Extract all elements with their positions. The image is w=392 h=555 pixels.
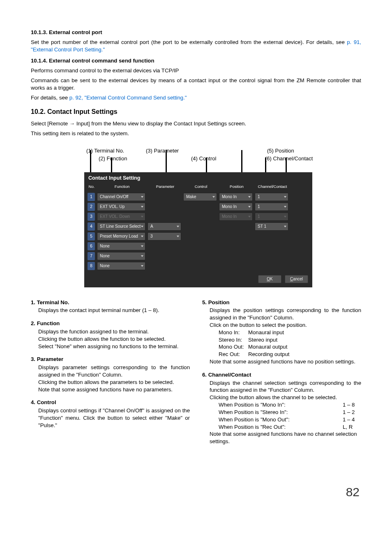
- parameter-dropdown[interactable]: A: [148, 222, 181, 231]
- callout-3: (3) Parameter: [146, 147, 203, 155]
- row-number-badge: 1: [88, 193, 95, 201]
- row-number-badge: 3: [88, 213, 95, 221]
- channel-dropdown[interactable]: 1: [255, 193, 288, 201]
- function-dropdown[interactable]: Preset Memory Load: [97, 232, 145, 240]
- position-option: Mono In:Monaural input: [202, 329, 361, 336]
- channel-dropdown[interactable]: 1: [255, 203, 288, 211]
- desc-4-body: Displays control settings if "Channel On…: [31, 407, 190, 429]
- function-dropdown[interactable]: EXT VOL. Up: [97, 203, 145, 211]
- desc-6-heading: 6. Channel/Contact: [202, 371, 361, 379]
- paragraph: Set the port number of the external cont…: [31, 39, 361, 53]
- desc-2-heading: 2. Function: [31, 320, 190, 327]
- contact-input-settings-panel: Contact Input Setting No. Function Param…: [84, 172, 312, 287]
- position-dropdown[interactable]: Mono In: [219, 193, 253, 201]
- row-number-badge: 5: [88, 232, 95, 240]
- table-row: 7None: [84, 251, 312, 261]
- col-header-channel: Channel/Contact: [256, 184, 289, 190]
- table-row: 1Channel On/OffMakeMono In1: [84, 192, 312, 202]
- link-p92[interactable]: p. 92, "External Control Command Send se…: [69, 95, 187, 101]
- channel-range: When Position is "Rec Out":L, R: [202, 423, 361, 431]
- chevron-down-icon: [177, 226, 179, 227]
- desc-5-note: Note that some assigned functions have n…: [202, 358, 361, 365]
- chevron-down-icon: [248, 206, 251, 208]
- callout-6: (6) Channel/Contact: [265, 155, 313, 162]
- paragraph: This setting item is related to the syst…: [31, 130, 361, 137]
- desc-1-heading: 1. Terminal No.: [31, 299, 190, 306]
- col-header-no: No.: [88, 184, 96, 190]
- chevron-down-icon: [141, 255, 143, 257]
- text: For details, see: [31, 95, 69, 101]
- desc-3-body: Displays parameter settings correspondin…: [31, 364, 190, 393]
- chevron-down-icon: [284, 216, 286, 217]
- channel-dropdown: 1: [255, 213, 288, 221]
- desc-6-body: Displays the channel selection settings …: [202, 379, 361, 401]
- position-dropdown: Mono In: [219, 213, 253, 221]
- paragraph: Commands can be sent to the external dev…: [31, 77, 361, 92]
- position-dropdown[interactable]: Mono In: [219, 203, 253, 211]
- callout-4: (4) Control: [191, 155, 244, 162]
- callout-markers: [72, 162, 361, 172]
- chevron-down-icon: [141, 245, 143, 247]
- chevron-down-icon: [284, 226, 286, 227]
- table-row: 4ST Line Source SelectAST 1: [84, 222, 312, 231]
- function-dropdown[interactable]: None: [97, 242, 145, 250]
- callout-1: (1) Terminal No.: [86, 147, 146, 155]
- position-option: Rec Out:Recording output: [202, 351, 361, 358]
- text: Set the port number of the external cont…: [31, 39, 347, 45]
- desc-1-body: Displays the contact input terminal numb…: [31, 307, 190, 314]
- callout-row-top: (1) Terminal No. (3) Parameter (5) Posit…: [86, 147, 361, 155]
- function-dropdown[interactable]: None: [97, 252, 145, 260]
- function-dropdown[interactable]: ST Line Source Select: [97, 222, 145, 231]
- paragraph: For details, see p. 92, "External Contro…: [31, 94, 361, 102]
- cancel-button[interactable]: Cancel: [285, 275, 308, 283]
- desc-5-heading: 5. Position: [202, 299, 361, 306]
- channel-dropdown[interactable]: ST 1: [255, 222, 288, 231]
- col-header-parameter: Parameter: [148, 184, 182, 190]
- channel-range: When Position is "Mono Out":1 – 4: [202, 416, 361, 423]
- heading-10-2: 10.2. Contact Input Settings: [31, 107, 361, 116]
- desc-2-body: Displays the function assigned to the te…: [31, 328, 190, 350]
- function-dropdown[interactable]: None: [97, 262, 145, 270]
- panel-title: Contact Input Setting: [84, 172, 312, 183]
- desc-6-note: Note that some assigned functions have n…: [202, 430, 361, 445]
- table-header-row: No. Function Parameter Control Position …: [84, 183, 312, 192]
- desc-3-heading: 3. Parameter: [31, 356, 190, 363]
- chevron-down-icon: [141, 196, 143, 198]
- col-header-control: Control: [184, 184, 218, 190]
- parameter-dropdown[interactable]: 3: [148, 232, 181, 240]
- function-dropdown: EXT VOL. Down: [97, 213, 145, 221]
- chevron-down-icon: [177, 236, 179, 237]
- channel-range: When Position is "Stereo In":1 – 2: [202, 409, 361, 416]
- col-header-function: Function: [98, 184, 146, 190]
- chevron-down-icon: [141, 206, 143, 208]
- row-number-badge: 4: [88, 222, 95, 231]
- desc-4-heading: 4. Control: [31, 399, 190, 406]
- table-row: 6None: [84, 241, 312, 251]
- chevron-down-icon: [141, 216, 143, 217]
- table-row: 8None: [84, 261, 312, 271]
- paragraph: Performs command control to the external…: [31, 67, 361, 74]
- chevron-down-icon: [248, 196, 251, 198]
- position-option: Mono Out:Monaural output: [202, 343, 361, 351]
- chevron-down-icon: [141, 226, 143, 227]
- row-number-badge: 6: [88, 242, 95, 250]
- paragraph: Select [Remote → Input] from the Menu vi…: [31, 120, 361, 127]
- callout-5: (5) Position: [267, 147, 294, 155]
- table-row: 5Preset Memory Load3: [84, 231, 312, 241]
- table-row: 3EXT VOL. DownMono In1: [84, 212, 312, 222]
- chevron-down-icon: [284, 196, 286, 198]
- control-dropdown[interactable]: Make: [183, 193, 217, 201]
- chevron-down-icon: [248, 216, 251, 217]
- position-option: Stereo In:Stereo input: [202, 336, 361, 344]
- channel-range: When Position is "Mono In":1 – 8: [202, 401, 361, 409]
- heading-10-1-4: 10.1.4. External control command send fu…: [31, 57, 361, 65]
- ok-button[interactable]: OK: [258, 275, 281, 283]
- page-number: 82: [31, 484, 361, 501]
- function-dropdown[interactable]: Channel On/Off: [97, 193, 145, 201]
- chevron-down-icon: [212, 196, 215, 198]
- row-number-badge: 7: [88, 252, 95, 260]
- callout-row-bottom: (2) Function (4) Control (6) Channel/Con…: [99, 155, 361, 162]
- chevron-down-icon: [141, 236, 143, 237]
- table-row: 2EXT VOL. UpMono In1: [84, 202, 312, 212]
- heading-10-1-3: 10.1.3. External control port: [31, 29, 361, 36]
